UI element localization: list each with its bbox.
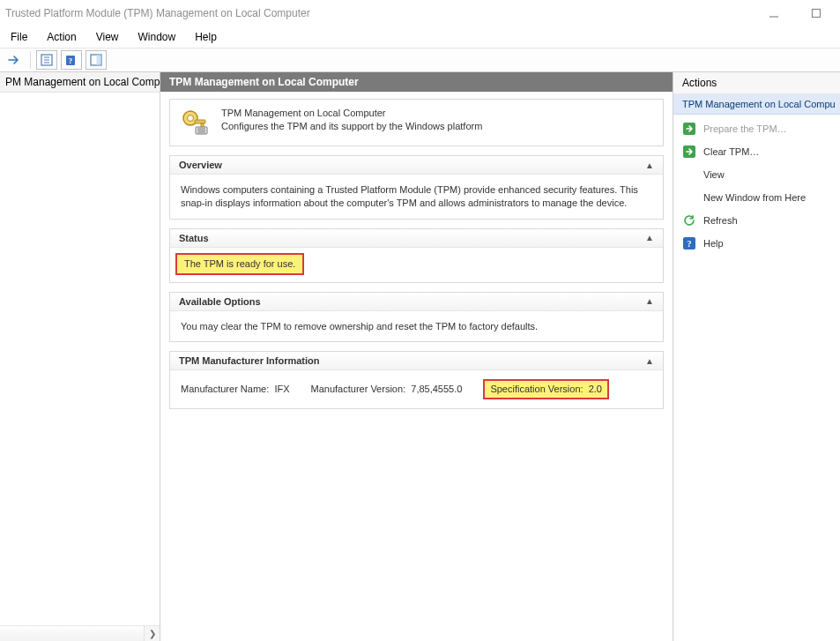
collapse-icon: ▲ (645, 296, 654, 306)
forward-icon[interactable] (4, 50, 25, 70)
section-options: Available Options ▲ You may clear the TP… (169, 292, 664, 343)
svg-text:?: ? (69, 56, 73, 65)
mfr-name-value: IFX (274, 384, 289, 394)
blank-icon (682, 168, 696, 182)
status-message: The TPM is ready for use. (175, 253, 304, 275)
menu-help[interactable]: Help (186, 28, 226, 46)
action-help[interactable]: ? Help (673, 232, 840, 255)
left-pane: PM Management on Local Comp ❯ (0, 72, 160, 641)
svg-rect-9 (97, 56, 101, 65)
section-overview-title: Overview (179, 160, 645, 170)
section-overview-header[interactable]: Overview ▲ (170, 156, 663, 175)
mfr-version: Manufacturer Version: 7,85,4555.0 (311, 383, 463, 396)
spec-version-value: 2.0 (589, 384, 602, 394)
workspace: PM Management on Local Comp ❯ TPM Manage… (0, 72, 840, 641)
action-clear-label: Clear TPM… (703, 146, 759, 157)
menu-window[interactable]: Window (130, 28, 185, 46)
intro-desc: Configures the TPM and its support by th… (221, 120, 482, 133)
menu-file[interactable]: File (2, 28, 36, 46)
section-manufacturer-title: TPM Manufacturer Information (179, 355, 645, 366)
page-title: TPM Management on Local Computer (160, 72, 673, 92)
section-status-header[interactable]: Status ▲ (170, 229, 663, 248)
section-overview: Overview ▲ Windows computers containing … (169, 155, 664, 220)
action-help-label: Help (703, 238, 724, 249)
mfr-name: Manufacturer Name: IFX (181, 383, 290, 396)
actions-title: Actions (673, 72, 840, 94)
tpm-key-icon (179, 107, 211, 138)
action-new-window[interactable]: New Window from Here (673, 186, 840, 209)
mfr-version-value: 7,85,4555.0 (411, 384, 462, 394)
toolbar: ? (0, 48, 840, 72)
actions-subtitle: TPM Management on Local Compu (673, 94, 840, 115)
svg-rect-1 (813, 10, 821, 18)
action-refresh[interactable]: Refresh (673, 209, 840, 232)
arrow-right-icon (682, 122, 696, 136)
mfr-name-label: Manufacturer Name: (181, 384, 269, 394)
minimize-button[interactable] (761, 4, 787, 23)
titlebar: Trusted Platform Module (TPM) Management… (0, 0, 840, 26)
scroll-right-icon[interactable]: ❯ (144, 626, 160, 641)
maximize-button[interactable] (803, 4, 829, 23)
svg-rect-12 (195, 120, 205, 123)
spec-version: Specification Version: 2.0 (483, 379, 609, 399)
refresh-icon (682, 213, 696, 227)
section-options-header[interactable]: Available Options ▲ (170, 293, 663, 311)
section-options-title: Available Options (179, 296, 645, 307)
manufacturer-row: Manufacturer Name: IFX Manufacturer Vers… (181, 379, 652, 399)
actions-list: Prepare the TPM… Clear TPM… View New Win… (673, 115, 840, 257)
section-manufacturer-header[interactable]: TPM Manufacturer Information ▲ (170, 352, 663, 370)
center-pane: TPM Management on Local Computer (160, 72, 673, 641)
action-clear-tpm[interactable]: Clear TPM… (673, 140, 840, 163)
properties-icon[interactable] (36, 50, 57, 70)
intro-title: TPM Management on Local Computer (221, 107, 482, 120)
menu-action[interactable]: Action (38, 28, 85, 46)
svg-text:?: ? (688, 239, 692, 249)
intro-text: TPM Management on Local Computer Configu… (221, 107, 482, 134)
action-prepare-tpm[interactable]: Prepare the TPM… (673, 117, 840, 140)
section-manufacturer-body: Manufacturer Name: IFX Manufacturer Vers… (170, 370, 663, 408)
collapse-icon: ▲ (645, 160, 654, 170)
spec-version-label: Specification Version: (490, 384, 583, 394)
window-controls (761, 4, 836, 23)
section-status-body: The TPM is ready for use. (170, 248, 663, 282)
help-icon: ? (682, 236, 696, 250)
section-status-title: Status (179, 233, 645, 243)
section-options-body: You may clear the TPM to remove ownershi… (170, 311, 663, 342)
action-new-window-label: New Window from Here (703, 192, 806, 203)
collapse-icon: ▲ (645, 356, 654, 366)
intro-box: TPM Management on Local Computer Configu… (169, 99, 664, 146)
menubar: File Action View Window Help (0, 26, 840, 48)
collapse-icon: ▲ (645, 233, 654, 242)
arrow-right-icon (682, 145, 696, 159)
help-icon[interactable]: ? (61, 50, 82, 70)
toolbar-separator (30, 51, 31, 69)
menu-view[interactable]: View (87, 28, 128, 46)
blank-icon (682, 190, 696, 205)
action-view-label: View (703, 169, 725, 180)
actions-pane: Actions TPM Management on Local Compu Pr… (673, 72, 840, 641)
section-overview-body: Windows computers containing a Trusted P… (170, 175, 663, 219)
action-refresh-label: Refresh (703, 215, 738, 226)
action-prepare-label: Prepare the TPM… (703, 123, 787, 134)
mfr-version-label: Manufacturer Version: (311, 384, 406, 394)
window-title: Trusted Platform Module (TPM) Management… (5, 7, 761, 19)
tree-view[interactable]: PM Management on Local Comp (0, 72, 160, 625)
actions-pane-icon[interactable] (85, 50, 107, 70)
center-body: TPM Management on Local Computer Configu… (160, 92, 673, 409)
tree-node-root[interactable]: PM Management on Local Comp (0, 72, 160, 93)
section-status: Status ▲ The TPM is ready for use. (169, 228, 664, 283)
scrollbar-thumb[interactable] (0, 626, 144, 641)
svg-point-11 (188, 116, 194, 122)
section-manufacturer: TPM Manufacturer Information ▲ Manufactu… (169, 351, 664, 409)
action-view[interactable]: View (673, 163, 840, 186)
horizontal-scrollbar[interactable]: ❯ (0, 625, 160, 641)
